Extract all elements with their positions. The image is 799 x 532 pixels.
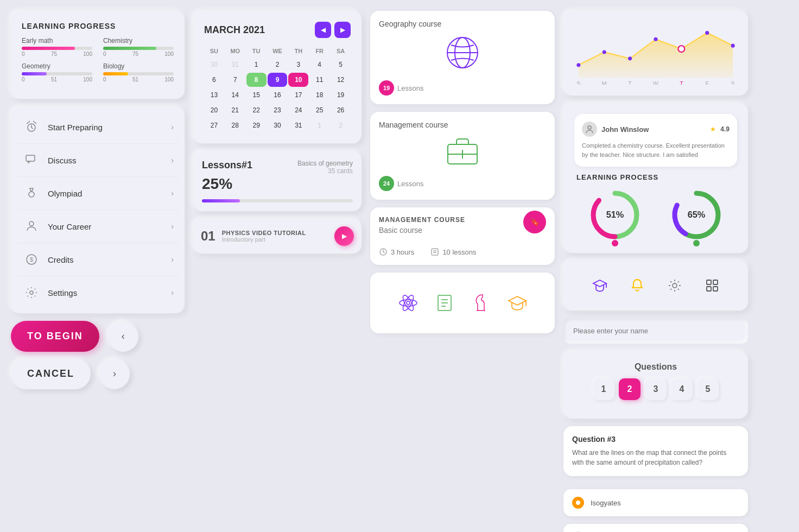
answer-label-1: Isogyates <box>591 499 621 507</box>
cal-day[interactable]: 28 <box>225 118 245 132</box>
chess-horse-icon[interactable] <box>470 292 492 314</box>
menu-item-start-preparing[interactable]: Start Preparing › <box>17 111 178 144</box>
video-subtitle: Introductory part <box>222 236 328 243</box>
calendar-prev-button[interactable]: ◀ <box>315 22 331 38</box>
grid-icon[interactable] <box>701 275 723 296</box>
management-lessons-badge: 24 Lessons <box>379 176 423 191</box>
cal-day[interactable]: 7 <box>225 73 245 87</box>
cal-day[interactable]: 30 <box>204 58 224 72</box>
menu-item-your-career[interactable]: Your Career › <box>17 210 178 243</box>
cal-day-today[interactable]: 8 <box>246 73 267 87</box>
credits-icon: $ <box>22 250 41 269</box>
cal-day[interactable]: 14 <box>225 88 245 102</box>
calendar-next-button[interactable]: ▶ <box>334 22 351 38</box>
cal-day[interactable]: 19 <box>331 88 351 102</box>
geography-lessons-label: Lessons <box>397 84 423 92</box>
svg-marker-52 <box>593 280 606 287</box>
atom-icon[interactable] <box>397 292 419 314</box>
geography-lessons-badge: 19 Lessons <box>379 80 423 96</box>
cal-day[interactable]: 31 <box>225 58 245 72</box>
progress-markers-geometry: 051100 <box>22 77 92 83</box>
lesson-card: Lessons#1 25% Basics of geometry 35 card… <box>193 151 362 211</box>
q-num-3[interactable]: 3 <box>645 378 667 400</box>
menu-label-olympiad: Olympiad <box>48 189 171 198</box>
cal-day[interactable]: 24 <box>288 103 308 117</box>
progress-markers-chemistry: 075100 <box>103 51 174 57</box>
menu-item-credits[interactable]: $ Credits › <box>17 243 178 276</box>
cal-day[interactable]: 2 <box>268 58 288 72</box>
cancel-button[interactable]: CANCEL <box>11 358 91 389</box>
cal-day[interactable]: 22 <box>246 103 267 117</box>
svg-point-19 <box>400 300 417 306</box>
cal-day[interactable]: 30 <box>268 118 288 132</box>
book-icon[interactable] <box>434 292 455 314</box>
cal-day-selected2[interactable]: 10 <box>288 73 308 87</box>
svg-rect-15 <box>432 249 438 255</box>
cal-day[interactable]: 17 <box>288 88 308 102</box>
cal-day[interactable]: 18 <box>309 88 329 102</box>
lesson-number: Lessons#1 <box>202 160 252 171</box>
cal-day[interactable]: 13 <box>204 88 224 102</box>
cal-day[interactable]: 20 <box>204 103 224 117</box>
bookmark-button[interactable]: 🔖 <box>523 211 546 233</box>
cal-day[interactable]: 23 <box>268 103 288 117</box>
progress-markers-biology: 051100 <box>103 77 174 83</box>
question-detail-card: Question #3 What are the lines on the ma… <box>563 426 748 476</box>
chevron-right-icon: › <box>171 123 174 131</box>
name-input[interactable] <box>563 318 748 344</box>
cal-day[interactable]: 27 <box>204 118 224 132</box>
menu-item-olympiad[interactable]: Olympiad › <box>17 177 178 210</box>
q-num-5[interactable]: 5 <box>697 378 719 400</box>
progress-fill-earlymath <box>22 47 75 50</box>
menu-item-discuss[interactable]: Discuss › <box>17 144 178 177</box>
cal-day[interactable]: 25 <box>309 103 329 117</box>
menu-item-settings[interactable]: Settings › <box>17 276 178 309</box>
graduation-cap-icon[interactable] <box>589 275 611 296</box>
cal-day[interactable]: 2 <box>331 118 351 132</box>
answer-option-2[interactable]: Isotherms <box>563 524 748 532</box>
menu-label-discuss: Discuss <box>48 156 171 165</box>
management-lessons: 10 lessons <box>430 248 476 256</box>
svg-rect-58 <box>713 287 718 291</box>
name-input-container <box>563 318 748 344</box>
answer-option-1[interactable]: Isogyates <box>563 489 748 516</box>
cal-day[interactable]: 1 <box>246 58 267 72</box>
video-number: 01 <box>201 229 215 244</box>
cal-day[interactable]: 12 <box>331 73 351 87</box>
nav-forward-button[interactable]: › <box>99 359 130 389</box>
reviewer-avatar <box>582 122 597 137</box>
cal-day[interactable]: 6 <box>204 73 224 87</box>
svg-text:T: T <box>628 80 632 85</box>
reviewer-name: John Winslow <box>601 125 649 134</box>
video-play-button[interactable]: ▶ <box>334 226 354 246</box>
cal-day[interactable]: 21 <box>225 103 245 117</box>
cal-day[interactable]: 11 <box>309 73 329 87</box>
q-num-4[interactable]: 4 <box>671 378 693 400</box>
review-star-icon: ★ <box>710 125 716 133</box>
cal-day-selected[interactable]: 9 <box>268 73 288 87</box>
svg-point-29 <box>679 46 684 51</box>
progress-circle-65: 65% <box>669 188 724 242</box>
cal-day[interactable]: 5 <box>331 58 351 72</box>
gear-icon[interactable] <box>664 275 686 296</box>
svg-point-40 <box>654 37 657 41</box>
cal-day[interactable]: 3 <box>288 58 308 72</box>
menu-label-start-preparing: Start Preparing <box>48 123 171 132</box>
cal-day[interactable]: 4 <box>309 58 329 72</box>
cal-day[interactable]: 1 <box>309 118 329 132</box>
cal-day[interactable]: 29 <box>246 118 267 132</box>
cal-day[interactable]: 31 <box>288 118 308 132</box>
cal-day[interactable]: 26 <box>331 103 351 117</box>
progress-circle-51: 51% <box>588 188 642 242</box>
q-num-2[interactable]: 2 <box>619 378 641 400</box>
cal-day[interactable]: 15 <box>246 88 267 102</box>
bell-icon[interactable] <box>626 275 648 296</box>
begin-button[interactable]: TO BEGIN <box>11 321 99 352</box>
progress-label-geometry: Geometry <box>22 62 92 70</box>
q-num-1[interactable]: 1 <box>593 378 614 400</box>
management-course-title: Management course <box>379 121 546 129</box>
nav-back-button[interactable]: ‹ <box>108 321 138 352</box>
cal-day[interactable]: 16 <box>268 88 288 102</box>
graduation-icon[interactable] <box>506 292 528 314</box>
svg-point-43 <box>588 126 591 129</box>
